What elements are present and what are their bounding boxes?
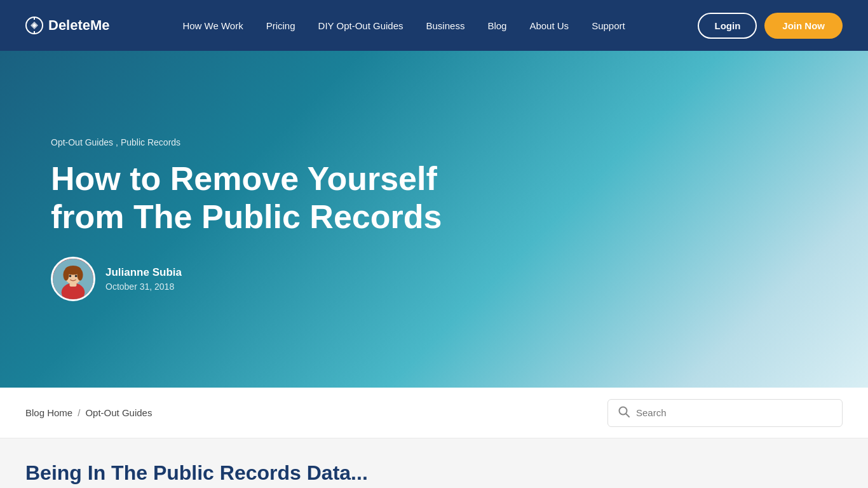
svg-point-11 (69, 274, 72, 277)
avatar (51, 257, 95, 301)
svg-line-14 (626, 414, 629, 417)
search-box (607, 399, 843, 427)
hero-section: Opt-Out Guides , Public Records How to R… (0, 51, 868, 388)
hero-content: Opt-Out Guides , Public Records How to R… (51, 137, 458, 301)
nav-how-we-work[interactable]: How We Work (173, 15, 252, 36)
hero-tags: Opt-Out Guides , Public Records (51, 137, 458, 147)
search-icon (618, 406, 630, 420)
nav-blog[interactable]: Blog (478, 15, 515, 36)
breadcrumb-blog-home[interactable]: Blog Home (25, 407, 72, 418)
svg-point-9 (63, 269, 69, 280)
breadcrumb-separator: / (78, 407, 80, 418)
logo[interactable]: DeleteMe (25, 17, 110, 34)
svg-point-10 (77, 269, 83, 280)
author-info: Julianne Subia October 31, 2018 (105, 266, 182, 292)
nav-pricing[interactable]: Pricing (257, 15, 304, 36)
nav-about-us[interactable]: About Us (520, 15, 578, 36)
bottom-section: Being In The Public Records Data... (0, 438, 868, 488)
header-actions: Login Join Now (698, 13, 843, 39)
main-nav: How We Work Pricing DIY Opt-Out Guides B… (173, 15, 634, 36)
bottom-title: Being In The Public Records Data... (25, 461, 368, 485)
hero-tag-1: Opt-Out Guides (51, 137, 113, 147)
header: DeleteMe How We Work Pricing DIY Opt-Out… (0, 0, 868, 51)
author-date: October 31, 2018 (105, 281, 182, 292)
join-now-button[interactable]: Join Now (764, 13, 843, 39)
avatar-image (53, 259, 93, 299)
login-button[interactable]: Login (698, 13, 757, 39)
logo-text: DeleteMe (48, 17, 110, 34)
breadcrumb: Blog Home / Opt-Out Guides (25, 407, 152, 418)
nav-support[interactable]: Support (583, 15, 634, 36)
svg-point-12 (75, 274, 78, 277)
logo-icon (25, 17, 43, 34)
hero-title: How to Remove Yourself from The Public R… (51, 160, 458, 236)
search-input[interactable] (636, 407, 832, 418)
nav-business[interactable]: Business (417, 15, 474, 36)
hero-tag-separator: , (116, 137, 118, 147)
breadcrumb-bar: Blog Home / Opt-Out Guides (0, 388, 868, 438)
nav-diy-opt-out-guides[interactable]: DIY Opt-Out Guides (309, 15, 412, 36)
hero-tag-2: Public Records (121, 137, 180, 147)
author-row: Julianne Subia October 31, 2018 (51, 257, 458, 301)
breadcrumb-current: Opt-Out Guides (85, 407, 152, 418)
author-name: Julianne Subia (105, 266, 182, 279)
